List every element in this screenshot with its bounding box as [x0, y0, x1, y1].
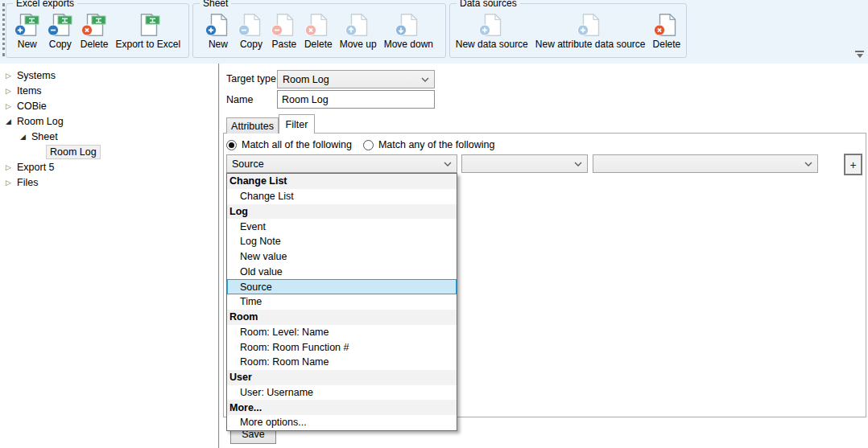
ribbon-toolbar: Excel exports New Copy Delete Export to …: [0, 0, 868, 64]
dropdown-item[interactable]: Time: [227, 294, 457, 310]
chevron-down-icon: [804, 162, 812, 166]
chevron-down-icon: [574, 162, 582, 166]
sheet-move-up-icon: [345, 12, 371, 38]
tree-item-label: Sheet: [31, 131, 58, 142]
button-label: Move down: [384, 39, 433, 50]
export-to-excel-button[interactable]: Export to Excel: [113, 12, 183, 50]
sheet-new-icon: [205, 12, 231, 38]
dropdown-item[interactable]: User: Username: [227, 385, 457, 401]
chevron-collapsed-icon[interactable]: [6, 179, 17, 187]
match-any-label: Match any of the following: [378, 139, 495, 150]
button-label: Export to Excel: [115, 39, 180, 50]
dropdown-item[interactable]: Change List: [227, 189, 457, 204]
toolbar-group-data-sources: Data sources New data source New attribu…: [449, 3, 687, 58]
dropdown-group-header: User: [227, 370, 457, 385]
name-field[interactable]: [277, 90, 435, 109]
tree-item-label: Room Log: [17, 116, 64, 127]
sheet-delete-button[interactable]: Delete: [302, 12, 335, 50]
sheet-move-up-button[interactable]: Move up: [337, 12, 379, 50]
tree-item-room-log-sheet[interactable]: Room Log: [0, 144, 218, 159]
filter-field-combobox[interactable]: Source: [226, 154, 457, 173]
sheet-move-down-icon: [395, 12, 421, 38]
tree-item-sheet[interactable]: Sheet: [0, 129, 218, 144]
dropdown-group-header: Log: [227, 204, 457, 220]
field-dropdown-list: Change List Change List Log Event Log No…: [226, 173, 457, 431]
name-label: Name: [226, 94, 253, 105]
toolbar-drag-handle[interactable]: [2, 3, 5, 56]
new-data-source-icon: [479, 12, 505, 38]
new-attribute-data-source-button[interactable]: New attribute data source: [533, 12, 648, 50]
chevron-collapsed-icon[interactable]: [6, 72, 17, 80]
add-condition-button[interactable]: +: [844, 154, 862, 175]
tree-item-room-log[interactable]: Room Log: [0, 113, 218, 129]
chevron-down-icon: [421, 77, 429, 82]
navigation-tree-panel: Systems Items COBie Room Log Sheet Room …: [0, 64, 218, 448]
match-mode-radio-group: Match all of the following Match any of …: [226, 138, 506, 152]
filter-operator-combobox[interactable]: [461, 154, 588, 173]
tree-item-label: Items: [17, 85, 42, 97]
excel-export-copy-button[interactable]: Copy: [45, 12, 76, 50]
button-label: New attribute data source: [535, 39, 646, 50]
chevron-collapsed-icon[interactable]: [6, 87, 17, 95]
excel-export-delete-button[interactable]: Delete: [78, 12, 111, 50]
filter-field-value: Source: [232, 158, 264, 170]
tree-item-label-selected: Room Log: [46, 145, 101, 159]
excel-export-new-button[interactable]: New: [12, 12, 43, 50]
excel-export-copy-icon: [48, 12, 73, 38]
target-type-label: Target type: [226, 73, 276, 84]
dropdown-item[interactable]: New value: [227, 249, 457, 265]
excel-export-delete-icon: [81, 12, 107, 38]
sheet-paste-button[interactable]: Paste: [269, 12, 300, 50]
button-label: Copy: [240, 39, 262, 50]
tree-item-label: Systems: [17, 70, 56, 81]
dropdown-item[interactable]: Event: [227, 219, 457, 234]
chevron-down-icon: [444, 162, 452, 166]
tree-item-label: Export 5: [17, 162, 55, 173]
data-source-delete-button[interactable]: Delete: [651, 12, 684, 50]
tree-item-export-5[interactable]: Export 5: [0, 159, 218, 175]
new-data-source-button[interactable]: New data source: [453, 12, 531, 50]
group-label: Sheet: [200, 0, 231, 9]
chevron-collapsed-icon[interactable]: [6, 163, 17, 171]
tab-filter[interactable]: Filter: [279, 114, 315, 134]
chevron-collapsed-icon[interactable]: [6, 102, 17, 110]
sheet-move-down-button[interactable]: Move down: [382, 12, 436, 50]
group-label: Excel exports: [13, 0, 77, 9]
sheet-new-button[interactable]: New: [203, 12, 234, 50]
tab-attributes[interactable]: Attributes: [226, 117, 279, 134]
chevron-expanded-icon[interactable]: [6, 117, 17, 125]
tree-item-items[interactable]: Items: [0, 83, 218, 98]
target-type-value: Room Log: [283, 74, 329, 85]
filter-value-combobox[interactable]: [593, 154, 818, 173]
target-type-combobox[interactable]: Room Log: [277, 70, 435, 88]
dropdown-item[interactable]: More options...: [227, 415, 457, 430]
tree-item-files[interactable]: Files: [0, 175, 218, 190]
dropdown-item[interactable]: Room: Room Function #: [227, 339, 457, 355]
match-any-radio[interactable]: [363, 140, 374, 150]
excel-export-new-icon: [14, 12, 40, 38]
dropdown-item[interactable]: Log Note: [227, 234, 457, 249]
dropdown-item[interactable]: Old value: [227, 265, 457, 280]
button-label: Delete: [653, 39, 681, 50]
sheet-copy-button[interactable]: Copy: [236, 12, 267, 50]
button-label: Copy: [49, 39, 72, 50]
dropdown-item-selected[interactable]: Source: [227, 279, 457, 294]
chevron-expanded-icon[interactable]: [20, 133, 31, 141]
match-all-radio[interactable]: [226, 140, 237, 150]
match-all-label: Match all of the following: [242, 139, 352, 150]
sheet-delete-icon: [305, 12, 331, 38]
dropdown-group-header: Change List: [227, 174, 457, 189]
toolbar-overflow-icon[interactable]: [855, 51, 864, 58]
dropdown-group-header: Room: [227, 310, 457, 325]
tree-item-cobie[interactable]: COBie: [0, 98, 218, 113]
panel-splitter[interactable]: [218, 64, 220, 448]
button-label: New: [209, 39, 228, 50]
data-source-delete-icon: [654, 12, 680, 38]
group-label: Data sources: [457, 0, 520, 9]
dropdown-item[interactable]: Room: Room Name: [227, 355, 457, 370]
button-label: Paste: [272, 39, 297, 50]
export-to-excel-icon: [135, 12, 161, 38]
tree-item-systems[interactable]: Systems: [0, 68, 218, 83]
dropdown-item[interactable]: Room: Level: Name: [227, 325, 457, 340]
sheet-paste-icon: [271, 12, 297, 38]
